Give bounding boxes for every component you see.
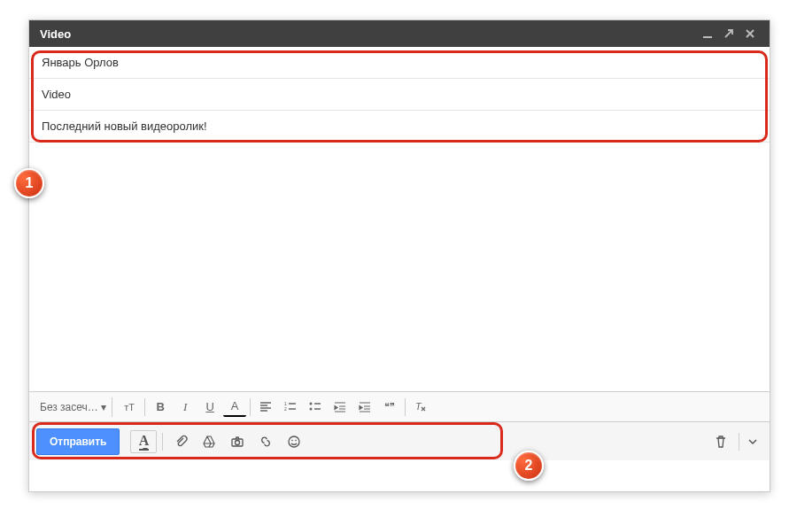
more-options-button[interactable] [745, 429, 761, 454]
separator [162, 433, 163, 451]
callout-2: 2 [514, 451, 544, 481]
window-title: Video [40, 27, 695, 41]
minimize-button[interactable] [699, 25, 716, 42]
svg-point-8 [289, 436, 299, 447]
separator [405, 398, 406, 416]
chevron-down-icon [746, 435, 760, 449]
close-button[interactable] [741, 25, 759, 42]
svg-point-3 [310, 402, 313, 405]
indent-less-icon [333, 400, 347, 414]
drive-icon [202, 435, 216, 449]
underline-button[interactable]: U [198, 396, 221, 419]
close-icon [743, 27, 757, 41]
font-size-select[interactable]: тТ [118, 396, 141, 419]
compose-window: Video Январь Орлов Video Последний новый… [28, 19, 770, 492]
minimize-icon [700, 27, 715, 41]
align-icon [259, 400, 273, 414]
attach-button[interactable] [168, 429, 193, 454]
separator [739, 433, 739, 451]
bullet-list-icon [308, 400, 322, 414]
camera-icon [230, 435, 244, 449]
indent-more-icon [358, 400, 372, 414]
align-button[interactable] [254, 396, 277, 419]
emoji-icon [287, 435, 301, 449]
send-button[interactable]: Отправить [36, 428, 120, 455]
svg-text:2: 2 [284, 406, 287, 412]
popout-icon [722, 27, 736, 41]
remove-format-icon: T [414, 400, 428, 414]
header-fields: Январь Орлов Video Последний новый видео… [29, 47, 770, 143]
formatting-toggle-button[interactable]: A [130, 430, 157, 453]
link-icon [259, 435, 273, 449]
to-field[interactable]: Январь Орлов [29, 47, 770, 79]
photo-button[interactable] [225, 429, 250, 454]
emoji-button[interactable] [282, 429, 306, 454]
svg-point-4 [310, 407, 313, 410]
body-first-line[interactable]: Последний новый видеоролик! [29, 111, 770, 143]
link-button[interactable] [253, 429, 278, 454]
paperclip-icon [174, 435, 188, 449]
bottom-toolbar: Отправить A [29, 421, 770, 460]
indent-less-button[interactable] [329, 396, 352, 419]
maximize-button[interactable] [720, 25, 738, 42]
format-toolbar: Без засеч… ▾ тТ B I U A 12 ❝❞ T [29, 391, 770, 421]
body-area[interactable] [29, 143, 770, 391]
indent-more-button[interactable] [353, 396, 376, 419]
subject-field[interactable]: Video [29, 79, 770, 111]
drive-button[interactable] [197, 429, 221, 454]
discard-button[interactable] [708, 429, 733, 454]
callout-1: 1 [14, 168, 44, 198]
remove-format-button[interactable]: T [409, 396, 432, 419]
italic-button[interactable]: I [174, 396, 197, 419]
titlebar: Video [29, 20, 770, 47]
bold-button[interactable]: B [149, 396, 172, 419]
svg-point-9 [292, 439, 294, 441]
text-color-button[interactable]: A [223, 397, 246, 417]
trash-icon [714, 435, 728, 449]
svg-point-10 [296, 439, 298, 441]
separator [250, 398, 251, 416]
svg-point-7 [236, 440, 240, 444]
numbered-list-icon: 12 [283, 400, 298, 414]
quote-button[interactable]: ❝❞ [378, 396, 401, 419]
svg-text:T: T [415, 401, 422, 412]
bullet-list-button[interactable] [304, 396, 327, 419]
separator [144, 398, 145, 416]
font-family-select[interactable]: Без засеч… ▾ [35, 397, 112, 417]
numbered-list-button[interactable]: 12 [279, 396, 302, 419]
